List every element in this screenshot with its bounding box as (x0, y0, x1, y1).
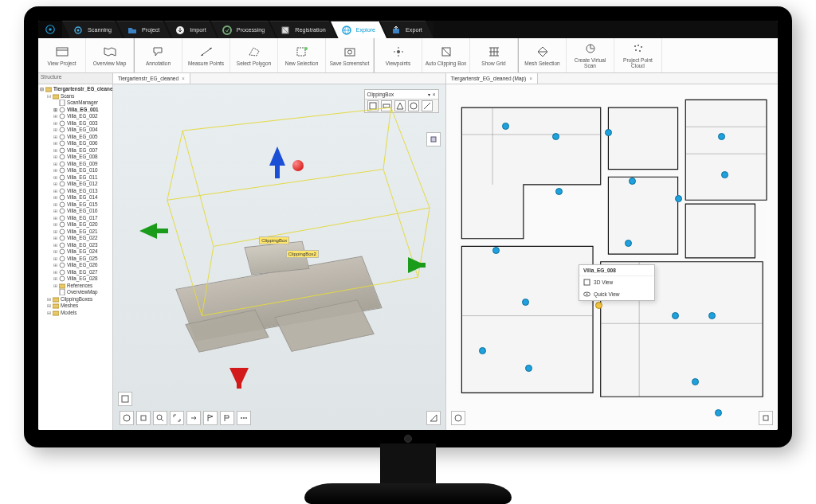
gizmo-x-arrow-icon[interactable] (408, 257, 426, 273)
tree-scan-Villa_EG_016[interactable]: ⊞Villa_EG_016 (40, 208, 111, 215)
ribbon-savescreenshot-button[interactable]: Save Screenshot (326, 38, 374, 72)
tree-scan-Villa_EG_008[interactable]: ⊞Villa_EG_008 (40, 154, 111, 161)
tree-scan-Villa_EG_028[interactable]: ⊞Villa_EG_028 (40, 275, 111, 283)
tree-scan-Villa_EG_012[interactable]: ⊞Villa_EG_012 (40, 181, 111, 188)
view-tool-zoom[interactable] (153, 411, 167, 425)
tree-scan-Villa_EG_003[interactable]: ⊞Villa_EG_003 (40, 120, 111, 127)
tree-scan-Villa_EG_017[interactable]: ⊞Villa_EG_017 (40, 215, 111, 222)
clip-label-1[interactable]: ClippingBox (259, 236, 289, 244)
view-tool-more[interactable] (237, 411, 251, 425)
scanpoint-13[interactable] (692, 378, 699, 385)
ribbon-overviewmap-button[interactable]: Overview Map (86, 38, 134, 72)
tree-scan-Villa_EG_011[interactable]: ⊞Villa_EG_011 (40, 174, 111, 182)
scanpoint-4[interactable] (721, 171, 728, 178)
ribbon-viewpoints-button[interactable]: Viewpoints (375, 38, 422, 72)
tree-scan-Villa_EG_026[interactable]: ⊞Villa_EG_026 (40, 262, 111, 269)
tree-scan-Villa_EG_024[interactable]: ⊞Villa_EG_024 (40, 248, 111, 256)
scanpoint-8[interactable] (492, 247, 500, 254)
tree-scan-Villa_EG_006[interactable]: ⊞Villa_EG_006 (40, 140, 111, 147)
nav-tab-registration[interactable]: Registration (269, 21, 336, 38)
ribbon-newselection-button[interactable]: New Selection (278, 38, 326, 72)
tree-overviewmap[interactable]: OverviewMap (40, 289, 111, 296)
scanpoint-7[interactable] (675, 195, 682, 202)
viewmap-tab-label: Tiergartenstr_EG_cleaned (Map) (451, 76, 527, 81)
scanpoint-1[interactable] (552, 133, 559, 140)
view3d-tab[interactable]: Tiergartenstr_EG_cleaned × (113, 73, 190, 84)
popup-3dview[interactable]: 3D View (579, 276, 654, 288)
tree-scan-Villa_EG_021[interactable]: ⊞Villa_EG_021 (40, 229, 111, 236)
viewmap-viewport[interactable]: Villa_EG_008 3D View Quick View (446, 84, 779, 430)
view-widget-br[interactable] (426, 411, 441, 425)
tree-clippingboxes[interactable]: ⊞ClippingBoxes (40, 296, 111, 303)
app-icon[interactable] (38, 21, 62, 38)
viewmap-widget-br[interactable] (759, 411, 773, 425)
view-widget-bl[interactable] (118, 392, 132, 406)
viewmap-tab[interactable]: Tiergartenstr_EG_cleaned (Map) × (446, 73, 539, 84)
tree-scan-Villa_EG_027[interactable]: ⊞Villa_EG_027 (40, 269, 111, 276)
tree-models[interactable]: ⊞Models (40, 310, 111, 317)
svg-rect-17 (345, 49, 355, 56)
tree-scan-Villa_EG_007[interactable]: ⊞Villa_EG_007 (40, 147, 111, 154)
tree-scan-Villa_EG_014[interactable]: ⊞Villa_EG_014 (40, 194, 111, 201)
tree-scan-Villa_EG_023[interactable]: ⊞Villa_EG_023 (40, 242, 111, 249)
clip-label-2[interactable]: ClippingBox2 (286, 250, 319, 258)
nav-tab-explore[interactable]: Explore (331, 21, 386, 38)
ribbon-viewproject-button[interactable]: View Project (38, 38, 86, 72)
close-icon[interactable]: × (182, 76, 185, 81)
nav-tab-import[interactable]: Import (164, 21, 217, 38)
nav-tab-processing[interactable]: Processing (211, 21, 277, 38)
tree-scan-Villa_EG_002[interactable]: ⊞Villa_EG_002 (40, 113, 111, 120)
gizmo-negx-arrow-icon[interactable] (139, 223, 157, 239)
view-tool-arrow[interactable] (186, 411, 201, 425)
ribbon-meshselection-button[interactable]: Mesh Selection (519, 38, 567, 72)
viewmap-widget-bl[interactable] (451, 411, 465, 425)
scanpoint-3[interactable] (718, 133, 725, 140)
popup-quickview[interactable]: Quick View (579, 288, 654, 300)
view3d-viewport[interactable]: ClippingBox ▾ × (113, 84, 445, 430)
tree-scan-Villa_EG_005[interactable]: ⊞Villa_EG_005 (40, 134, 111, 141)
scanpoint-0[interactable] (502, 123, 509, 130)
close-icon[interactable]: × (529, 76, 532, 81)
ribbon-createvscan-button[interactable]: Create Virtual Scan (567, 38, 614, 72)
tree-scan-Villa_EG_020[interactable]: ⊞Villa_EG_020 (40, 221, 111, 229)
ribbon-measurepoints-button[interactable]: Measure Points (182, 38, 230, 72)
autoclipping-icon (438, 45, 454, 59)
tree-references[interactable]: ⊞References (40, 283, 111, 290)
tree-scan-Villa_EG_004[interactable]: ⊞Villa_EG_004 (40, 127, 111, 134)
tree-scan-Villa_EG_022[interactable]: ⊞Villa_EG_022 (40, 235, 111, 242)
svg-point-58 (60, 276, 65, 281)
scanpoint-15[interactable] (479, 347, 486, 354)
tree-scanmanager[interactable]: ScanManager (40, 100, 111, 107)
ribbon-annotation-button[interactable]: Annotation (135, 38, 182, 72)
tree-root[interactable]: ⊟Tiergartenstr_EG_cleaned (40, 86, 111, 93)
view-tool-flag2[interactable] (220, 411, 234, 425)
ribbon-showgrid-button[interactable]: Show Grid (470, 38, 518, 72)
viewpoints-icon (390, 45, 406, 59)
tree-scan-Villa_EG_013[interactable]: ⊞Villa_EG_013 (40, 188, 111, 195)
nav-tab-project[interactable]: Project (116, 21, 171, 38)
orientation-cube[interactable] (426, 132, 441, 147)
tree-scan-Villa_EG_025[interactable]: ⊞Villa_EG_025 (40, 256, 111, 263)
gizmo-negz-arrow-icon[interactable] (230, 368, 249, 389)
tree-meshes[interactable]: ⊞Meshes (40, 303, 111, 310)
scanpoint-12[interactable] (708, 312, 716, 319)
view-tool-fit[interactable] (170, 411, 184, 425)
ribbon-autoclipping-button[interactable]: Auto Clipping Box (422, 38, 470, 72)
tree-scan-Villa_EG_009[interactable]: ⊞Villa_EG_009 (40, 161, 111, 168)
ribbon-projectpoint-button[interactable]: Project Point Cloud (614, 38, 662, 72)
ribbon-selectpolygon-button[interactable]: Select Polygon (230, 38, 278, 72)
tree-scans[interactable]: ⊟Scans (40, 93, 111, 100)
svg-point-57 (60, 270, 65, 275)
nav-tab-export[interactable]: Export (380, 21, 434, 38)
nav-tab-scanning[interactable]: Scanning (62, 21, 123, 38)
tree-scan-Villa_EG_010[interactable]: ⊞Villa_EG_010 (40, 167, 111, 174)
tree-scan-Villa_EG_015[interactable]: ⊞Villa_EG_015 (40, 201, 111, 209)
scanpoint-16[interactable] (525, 365, 532, 372)
gizmo-z-arrow-icon[interactable] (269, 147, 285, 166)
scanpoint-14[interactable] (715, 409, 722, 416)
view-tool-cube[interactable] (136, 411, 151, 425)
view-tool-flag[interactable] (203, 411, 218, 425)
tree-scan-Villa_EG_001[interactable]: ⊞Villa_EG_001 (40, 107, 111, 114)
view-tool-globe[interactable] (120, 411, 134, 425)
scanpoint-6[interactable] (629, 178, 636, 185)
